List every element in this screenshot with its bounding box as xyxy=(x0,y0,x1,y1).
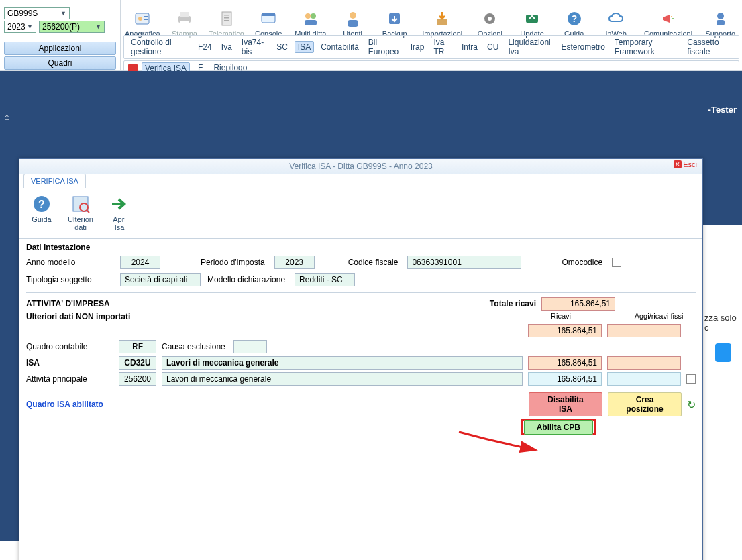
esci-button[interactable]: ✕ Esci xyxy=(674,160,697,168)
toolbar-label: Ulteriori dati xyxy=(68,215,93,231)
year-value: 2023 xyxy=(7,22,25,32)
field-modello[interactable]: Redditi - SC xyxy=(295,273,355,286)
field-tipologia[interactable]: Società di capitali xyxy=(120,273,201,286)
tab-verifica-isa[interactable]: VERIFICA ISA xyxy=(23,174,86,188)
left-nav-buttons: Applicazioni Quadri xyxy=(0,40,121,71)
module-tab[interactable]: SC xyxy=(274,42,290,52)
help-icon: ? xyxy=(564,8,585,30)
module-tab[interactable]: Bil Europeo xyxy=(366,37,404,57)
att-princ-ricavi[interactable]: 165.864,51 xyxy=(528,372,602,386)
module-tab[interactable]: Iva74-bis xyxy=(239,37,270,57)
code-combo[interactable]: 256200(P) ▼ xyxy=(39,21,105,33)
label-periodo: Periodo d'imposta xyxy=(201,258,265,267)
applicazioni-button[interactable]: Applicazioni xyxy=(4,42,116,55)
module-tab[interactable]: Contabilità xyxy=(318,42,362,52)
field-periodo[interactable]: 2023 xyxy=(274,256,315,269)
module-tab[interactable]: Iva xyxy=(219,42,235,52)
label-tipologia: Tipologia soggetto xyxy=(26,275,113,284)
col-ricavi: Ricavi xyxy=(524,312,598,321)
user-icon xyxy=(342,8,364,30)
top-left-selectors: GB999S ▼ 2023 ▼ 256200(P) ▼ xyxy=(0,0,121,40)
refresh-icon[interactable]: ↻ xyxy=(687,398,696,411)
crea-posizione-button[interactable]: Crea posizione xyxy=(608,392,682,416)
label-omocodice: Omocodice xyxy=(562,258,602,267)
field-anno-modello[interactable]: 2024 xyxy=(120,256,160,269)
module-tab[interactable]: Irap xyxy=(408,42,427,52)
year-combo[interactable]: 2023 ▼ xyxy=(4,21,36,33)
help-icon: ? xyxy=(30,192,53,215)
att-princ-aggi[interactable] xyxy=(607,372,681,386)
toolbar-guida[interactable]: ? Guida xyxy=(23,192,60,231)
svg-rect-5 xyxy=(180,12,189,17)
checkbox-omocodice[interactable] xyxy=(612,258,621,267)
module-tabs: Controllo di gestioneF24IvaIva74-bisSCIS… xyxy=(123,35,739,59)
update-icon xyxy=(521,8,543,30)
svg-rect-28 xyxy=(717,20,725,25)
person-card-icon xyxy=(131,8,153,30)
module-tab[interactable]: Liquidazioni Iva xyxy=(505,37,554,57)
svg-rect-6 xyxy=(180,21,189,25)
label-modello: Modello dichiarazione xyxy=(207,275,285,284)
svg-point-1 xyxy=(138,17,142,21)
module-tab[interactable]: Iva TR xyxy=(431,37,455,57)
label-anno-modello: Anno modello xyxy=(26,258,113,267)
svg-point-16 xyxy=(350,12,356,19)
disabilita-isa-button[interactable]: Disabilita ISA xyxy=(529,392,602,416)
svg-rect-10 xyxy=(224,20,229,21)
module-tab[interactable]: Controllo di gestione xyxy=(128,37,191,57)
side-text: zza solo c xyxy=(702,313,742,333)
checkbox-att-princ[interactable] xyxy=(686,374,696,384)
quadri-button[interactable]: Quadri xyxy=(4,56,116,70)
activity-header: ATTIVITA' D'IMPRESA xyxy=(26,299,435,309)
company-combo[interactable]: GB999S ▼ xyxy=(4,7,70,19)
cloud-icon xyxy=(605,8,627,30)
module-tab[interactable]: Cassetto fiscale xyxy=(684,37,735,57)
second-row: Applicazioni Quadri Controllo di gestion… xyxy=(0,40,742,71)
svg-rect-3 xyxy=(144,19,148,20)
window-title: Verifica ISA - Ditta GB999S - Anno 2023 xyxy=(289,162,432,171)
module-tab[interactable]: ISA xyxy=(295,41,314,53)
svg-rect-12 xyxy=(262,13,275,16)
field-att-princ-code[interactable]: 256200 xyxy=(119,372,156,386)
svg-rect-8 xyxy=(224,15,229,16)
support-icon xyxy=(710,8,731,30)
module-tab[interactable]: Intra xyxy=(459,42,480,52)
open-arrow-icon xyxy=(108,192,131,215)
field-cf[interactable]: 06363391001 xyxy=(407,256,521,269)
chevron-down-icon: ▼ xyxy=(27,23,33,30)
printer-icon xyxy=(174,8,195,30)
abilita-cpb-button[interactable]: Abilita CPB xyxy=(524,420,593,435)
ulteriori-dati-label: Ulteriori dati NON importati xyxy=(26,311,524,323)
col-aggi: Aggi/ricavi fissi xyxy=(622,312,696,321)
document-icon xyxy=(216,8,237,30)
chevron-down-icon: ▼ xyxy=(60,10,66,17)
megaphone-icon xyxy=(657,8,679,30)
field-isa-desc[interactable]: Lavori di meccanica generale xyxy=(162,356,523,370)
label-quadro-contabile: Quadro contabile xyxy=(26,342,113,351)
window-title-bar: Verifica ISA - Ditta GB999S - Anno 2023 … xyxy=(19,159,702,174)
side-action-button[interactable] xyxy=(715,343,731,362)
field-att-princ-desc[interactable]: Lavori di meccanica generale xyxy=(162,372,523,386)
module-tab[interactable]: CU xyxy=(484,42,501,52)
section-dati-intestazione: Dati intestazione xyxy=(19,239,702,254)
svg-text:?: ? xyxy=(38,199,45,210)
toolbar-ulteriori-dati[interactable]: Ulteriori dati xyxy=(62,192,99,231)
toolbar-label: Guida xyxy=(32,215,51,223)
separator xyxy=(26,292,696,293)
field-causa-esclusione[interactable] xyxy=(233,340,267,353)
svg-rect-17 xyxy=(348,20,358,27)
svg-rect-25 xyxy=(671,16,672,17)
toolbar-apri-isa[interactable]: Apri Isa xyxy=(101,192,138,231)
module-tab[interactable]: Esterometro xyxy=(558,42,607,52)
module-tab[interactable]: Temporary Framework xyxy=(612,37,680,57)
link-quadro-isa-abilitato[interactable]: Quadro ISA abilitato xyxy=(26,400,103,409)
gear-icon xyxy=(479,8,500,30)
home-icon[interactable]: ⌂ xyxy=(4,111,9,122)
esci-label: Esci xyxy=(683,160,697,168)
field-quadro-contabile[interactable]: RF xyxy=(119,340,156,353)
svg-rect-9 xyxy=(224,17,229,19)
module-tab[interactable]: F24 xyxy=(195,42,215,52)
search-data-icon xyxy=(69,192,92,215)
field-isa-code[interactable]: CD32U xyxy=(119,356,156,370)
verifica-isa-window: Verifica ISA - Ditta GB999S - Anno 2023 … xyxy=(19,158,703,560)
